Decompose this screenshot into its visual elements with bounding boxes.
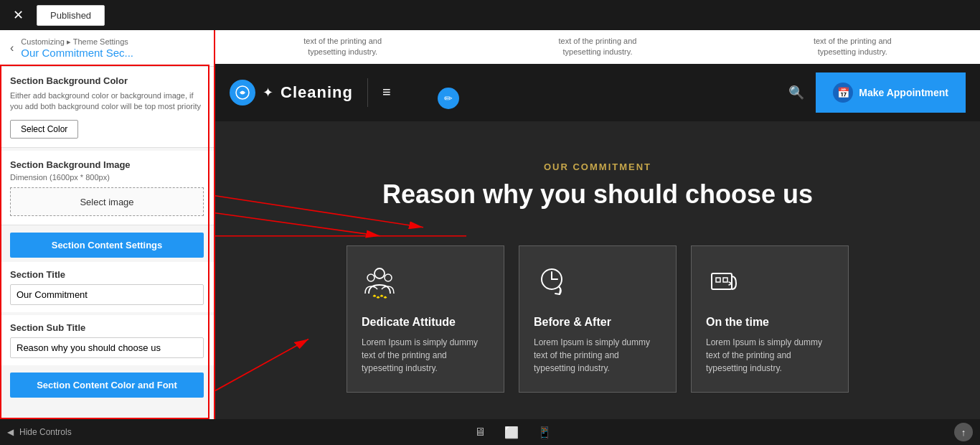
svg-rect-6 xyxy=(716,278,720,282)
tablet-view-button[interactable]: ⬜ xyxy=(500,424,523,441)
card-3-text: Lorem Ipsum is simply dummy text of the … xyxy=(706,336,834,375)
section-subtitle-label: Section Sub Title xyxy=(10,322,204,333)
scroll-to-top-button[interactable]: ↑ xyxy=(954,423,973,441)
bottom-bar: ◀ Hide Controls 🖥 ⬜ 📱 ↑ xyxy=(0,419,980,445)
svg-rect-7 xyxy=(723,278,727,282)
prev-items: text of the printing andtypesetting indu… xyxy=(215,30,980,64)
section-title-field: Section Title xyxy=(0,262,214,312)
card-1-title: Dedicate Attitude xyxy=(362,316,489,329)
logo-sparkle: ✦ xyxy=(263,85,273,100)
section-subtitle-field: Section Sub Title xyxy=(0,315,214,365)
hide-controls-area[interactable]: ◀ Hide Controls xyxy=(7,427,72,437)
select-color-button[interactable]: Select Color xyxy=(10,120,78,139)
bg-color-title: Section Background Color xyxy=(10,75,204,86)
scroll-to-top-area: ↑ xyxy=(954,423,973,441)
cards-row: Dedicate Attitude Lorem Ipsum is simply … xyxy=(332,245,863,393)
sidebar-header: ‹ Customizing ▸ Theme Settings Our Commi… xyxy=(0,30,214,67)
sidebar: ‹ Customizing ▸ Theme Settings Our Commi… xyxy=(0,30,215,419)
bg-image-title: Section Background Image xyxy=(10,159,204,170)
svg-point-3 xyxy=(385,274,392,281)
content-color-button[interactable]: Section Content Color and Font xyxy=(10,373,204,398)
card-1-icon xyxy=(362,263,489,306)
view-modes: 🖥 ⬜ 📱 xyxy=(470,424,556,441)
appointment-label: Make Appointment xyxy=(859,87,948,98)
hero-content: OUR COMMITMENT Reason why you should cho… xyxy=(215,147,980,245)
content-settings-button[interactable]: Section Content Settings xyxy=(10,233,204,258)
bg-image-section: Section Background Image Dimension (1600… xyxy=(0,151,214,225)
card-2-icon xyxy=(534,263,661,306)
logo-text: Cleaning xyxy=(281,83,353,102)
svg-point-2 xyxy=(367,274,374,281)
bg-color-hint: Either add background color or backgroun… xyxy=(10,90,204,113)
section-title-input[interactable] xyxy=(10,284,204,305)
arrow-left-icon: ◀ xyxy=(7,427,14,437)
prev-item-3: text of the printing andtypesetting indu… xyxy=(725,33,980,61)
search-icon[interactable]: 🔍 xyxy=(788,85,804,100)
edit-pencil[interactable]: ✏ xyxy=(438,88,459,109)
section-name: Our Commitment Sec... xyxy=(21,47,204,59)
nav-divider xyxy=(367,78,368,107)
card-before-after: Before & After Lorem Ipsum is simply dum… xyxy=(519,245,677,393)
dimension-text: Dimension (1600px * 800px) xyxy=(10,173,204,182)
card-3-title: On the time xyxy=(706,316,834,329)
back-button[interactable]: ‹ xyxy=(10,42,14,55)
header-actions: 🔍 📅 Make Appointment xyxy=(788,72,966,113)
card-1-text: Lorem Ipsum is simply dummy text of the … xyxy=(362,336,489,375)
top-bar-left: ✕ Published xyxy=(7,4,105,26)
select-image-button[interactable]: Select image xyxy=(80,197,133,207)
close-button[interactable]: ✕ xyxy=(7,4,29,26)
svg-point-1 xyxy=(374,268,385,278)
section-title-label: Section Title xyxy=(10,269,204,280)
top-bar: ✕ Published xyxy=(0,0,980,30)
card-on-time: On the time Lorem Ipsum is simply dummy … xyxy=(691,245,849,393)
published-button[interactable]: Published xyxy=(37,5,105,26)
logo-area: ✦ Cleaning xyxy=(230,80,353,106)
header-right: ≡ xyxy=(382,84,391,100)
logo-icon xyxy=(230,80,255,106)
svg-rect-5 xyxy=(712,273,732,289)
prev-item-1: text of the printing andtypesetting indu… xyxy=(215,33,470,61)
card-2-text: Lorem Ipsum is simply dummy text of the … xyxy=(534,336,661,375)
hero-title: Reason why you should choose us xyxy=(230,179,966,210)
bg-color-section: Section Background Color Either add back… xyxy=(0,67,214,148)
commitment-label: OUR COMMITMENT xyxy=(230,161,966,172)
hide-controls-label: Hide Controls xyxy=(19,427,72,437)
prev-item-2: text of the printing andtypesetting indu… xyxy=(470,33,725,61)
mobile-view-button[interactable]: 📱 xyxy=(533,424,556,441)
desktop-view-button[interactable]: 🖥 xyxy=(470,424,490,440)
hero-section: OUR COMMITMENT Reason why you should cho… xyxy=(215,121,980,419)
card-2-title: Before & After xyxy=(534,316,661,329)
section-subtitle-input[interactable] xyxy=(10,337,204,358)
appointment-icon: 📅 xyxy=(833,83,853,103)
website-header: ✦ Cleaning ≡ 🔍 📅 Make Appointment xyxy=(215,64,980,121)
card-dedicate: Dedicate Attitude Lorem Ipsum is simply … xyxy=(347,245,504,393)
card-3-icon xyxy=(706,263,834,306)
image-drop-area[interactable]: Select image xyxy=(10,187,204,216)
breadcrumb: Customizing ▸ Theme Settings xyxy=(21,37,204,47)
main-content: text of the printing andtypesetting indu… xyxy=(215,30,980,419)
main-layout: ‹ Customizing ▸ Theme Settings Our Commi… xyxy=(0,30,980,419)
hamburger-icon[interactable]: ≡ xyxy=(382,84,391,100)
sidebar-header-text: Customizing ▸ Theme Settings Our Commitm… xyxy=(21,37,204,59)
appointment-button[interactable]: 📅 Make Appointment xyxy=(816,72,966,113)
